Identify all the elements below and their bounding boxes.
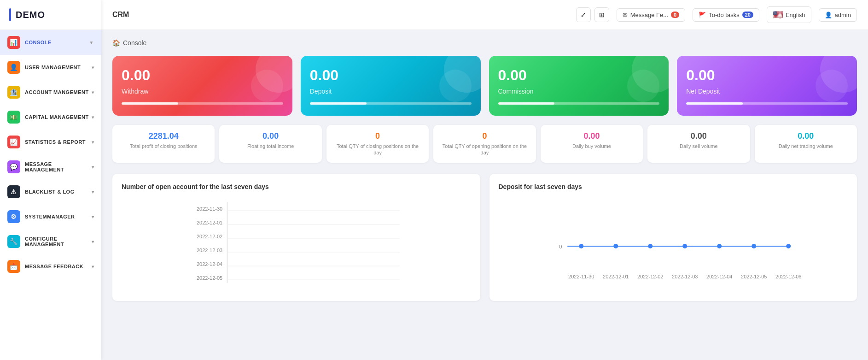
sidebar-label-message-feedback: MESSAGE FEEDBACK — [25, 264, 83, 269]
card-circle2 — [816, 70, 848, 102]
open-accounts-svg: 2022-11-30 2022-12-01 2022-12-02 2022-12… — [122, 198, 471, 290]
sidebar-item-capital-management[interactable]: 💵 CAPITAL MANAGEMENT ▾ — [0, 105, 101, 130]
app-title: DEMO — [16, 10, 45, 20]
sidebar-arrow-account-management: ▾ — [92, 90, 94, 95]
stat-value-floating-income: 0.00 — [225, 131, 316, 141]
sidebar-label-blacklist-log: BLACKLIST & LOG — [25, 189, 75, 195]
charts-row: Number of open account for the last seve… — [112, 174, 857, 301]
sidebar-item-account-management[interactable]: 🏦 ACCOUNT MANGEMENT ▾ — [0, 80, 101, 105]
stat-value-total-profit: 2281.04 — [118, 131, 209, 141]
stat-label-daily-net: Daily net trading volume — [760, 143, 851, 149]
user-icon: 👤 — [825, 12, 832, 18]
stat-floating-income: 0.00 Floating total income — [219, 125, 321, 163]
main-area: CRM ⤢ ⊞ ✉ Message Fe... 0 🚩 To-do tasks … — [101, 0, 868, 360]
sidebar-item-message-management[interactable]: 💬 MESSAGE MANAGEMENT ▾ — [0, 154, 101, 179]
card-label-net-deposit: Net Deposit — [686, 88, 848, 95]
todo-label: To-do tasks — [709, 12, 739, 18]
card-circle2 — [251, 70, 283, 102]
grid-icon[interactable]: ⊞ — [594, 7, 609, 22]
svg-text:2022-12-03: 2022-12-03 — [672, 274, 698, 279]
stat-value-daily-sell: 0.00 — [653, 131, 744, 141]
sidebar-icon-message-feedback: 📩 — [7, 260, 20, 273]
sidebar-arrow-console: ▼ — [89, 40, 94, 45]
card-progress-fill-deposit — [310, 102, 367, 105]
svg-point-20 — [717, 244, 722, 248]
open-accounts-title: Number of open account for the last seve… — [122, 183, 471, 190]
sidebar-label-account-management: ACCOUNT MANGEMENT — [25, 89, 89, 95]
sidebar-item-statistics-report[interactable]: 📈 STATISTICS & REPORT ▾ — [0, 130, 101, 154]
stat-value-daily-buy: 0.00 — [546, 131, 637, 141]
stat-label-daily-buy: Daily buy volume — [546, 143, 637, 149]
svg-text:0: 0 — [559, 244, 562, 249]
language-btn[interactable]: 🇺🇸 English — [767, 6, 811, 23]
card-progress-deposit — [310, 102, 472, 105]
sidebar-icon-blacklist-log: ⚠ — [7, 185, 20, 198]
sidebar: DEMO 📊 CONSOLE ▼ 👤 USER MANAGEMENT ▾ 🏦 A… — [0, 0, 101, 360]
sidebar-arrow-systemmanager: ▾ — [92, 214, 94, 219]
sidebar-arrow-message-management: ▾ — [92, 165, 94, 170]
svg-text:2022-12-04: 2022-12-04 — [706, 274, 732, 279]
svg-text:2022-12-03: 2022-12-03 — [197, 248, 222, 253]
sidebar-item-systemmanager[interactable]: ⚙ SYSTEMMANAGER ▾ — [0, 204, 101, 229]
cards-row: 0.00 Withdraw 0.00 Deposit 0.00 Commissi… — [112, 56, 857, 116]
message-count: 0 — [671, 12, 679, 18]
header: CRM ⤢ ⊞ ✉ Message Fe... 0 🚩 To-do tasks … — [101, 0, 868, 30]
deposit-svg: 0 2022-11-30 2022-12-01 2022-12-02 — [499, 198, 848, 290]
card-circle2 — [627, 70, 659, 102]
svg-text:2022-12-02: 2022-12-02 — [197, 234, 222, 239]
open-accounts-chart: Number of open account for the last seve… — [112, 174, 480, 301]
svg-point-16 — [579, 244, 583, 248]
logo-bar — [9, 8, 11, 21]
deposit-title: Deposit for last seven days — [499, 183, 848, 190]
sidebar-item-message-feedback[interactable]: 📩 MESSAGE FEEDBACK ▾ — [0, 254, 101, 279]
svg-text:2022-12-05: 2022-12-05 — [197, 275, 222, 281]
svg-text:2022-12-01: 2022-12-01 — [603, 274, 629, 279]
sidebar-arrow-user-management: ▾ — [92, 65, 94, 70]
stat-daily-buy: 0.00 Daily buy volume — [541, 125, 643, 163]
card-progress-fill-net-deposit — [686, 102, 743, 105]
header-icons: ⤢ ⊞ — [576, 7, 609, 22]
sidebar-icon-message-management: 💬 — [7, 160, 20, 173]
stat-closing-qty: 0 Total QTY of closing positions on the … — [326, 125, 429, 163]
card-progress-fill-withdraw — [122, 102, 178, 105]
sidebar-label-capital-management: CAPITAL MANAGEMENT — [25, 114, 89, 120]
svg-text:2022-12-04: 2022-12-04 — [197, 261, 222, 267]
stat-daily-sell: 0.00 Daily sell volume — [647, 125, 750, 163]
sidebar-item-configure-management[interactable]: 🔧 CONFIGURE MANAGEMENT ▾ — [0, 229, 101, 254]
expand-icon[interactable]: ⤢ — [576, 7, 591, 22]
card-withdraw: 0.00 Withdraw — [112, 56, 292, 116]
svg-text:2022-11-30: 2022-11-30 — [197, 206, 222, 212]
sidebar-arrow-capital-management: ▾ — [92, 115, 94, 120]
sidebar-item-user-management[interactable]: 👤 USER MANAGEMENT ▾ — [0, 55, 101, 80]
flag-icon: 🇺🇸 — [773, 10, 783, 20]
deposit-chart: Deposit for last seven days 0 — [489, 174, 857, 301]
language-label: English — [786, 12, 805, 18]
todo-count: 20 — [742, 12, 753, 18]
card-commission: 0.00 Commission — [489, 56, 669, 116]
sidebar-label-message-management: MESSAGE MANAGEMENT — [25, 161, 92, 172]
sidebar-icon-capital-management: 💵 — [7, 111, 20, 124]
sidebar-arrow-message-feedback: ▾ — [92, 264, 94, 269]
stat-total-profit: 2281.04 Total profit of closing position… — [112, 125, 215, 163]
card-progress-withdraw — [122, 102, 283, 105]
svg-point-19 — [682, 244, 687, 248]
sidebar-icon-systemmanager: ⚙ — [7, 210, 20, 223]
user-btn[interactable]: 👤 admin — [819, 8, 857, 22]
sidebar-icon-statistics-report: 📈 — [7, 136, 20, 148]
todo-btn[interactable]: 🚩 To-do tasks 20 — [693, 8, 759, 22]
sidebar-label-systemmanager: SYSTEMMANAGER — [25, 214, 75, 219]
card-circle2 — [439, 70, 472, 102]
sidebar-label-configure-management: CONFIGURE MANAGEMENT — [25, 236, 92, 247]
svg-text:2022-12-02: 2022-12-02 — [637, 274, 663, 279]
sidebar-item-blacklist-log[interactable]: ⚠ BLACKLIST & LOG ▾ — [0, 179, 101, 204]
card-label-commission: Commission — [498, 88, 660, 95]
todo-icon: 🚩 — [699, 12, 706, 18]
svg-point-18 — [648, 244, 652, 248]
sidebar-item-console[interactable]: 📊 CONSOLE ▼ — [0, 30, 101, 55]
sidebar-icon-console: 📊 — [7, 36, 20, 49]
sidebar-icon-account-management: 🏦 — [7, 86, 20, 99]
stat-label-opening-qty: Total QTY of opening positions on the da… — [439, 143, 530, 156]
message-feedback-btn[interactable]: ✉ Message Fe... 0 — [617, 8, 686, 22]
sidebar-label-statistics-report: STATISTICS & REPORT — [25, 139, 86, 145]
stat-value-opening-qty: 0 — [439, 131, 530, 141]
